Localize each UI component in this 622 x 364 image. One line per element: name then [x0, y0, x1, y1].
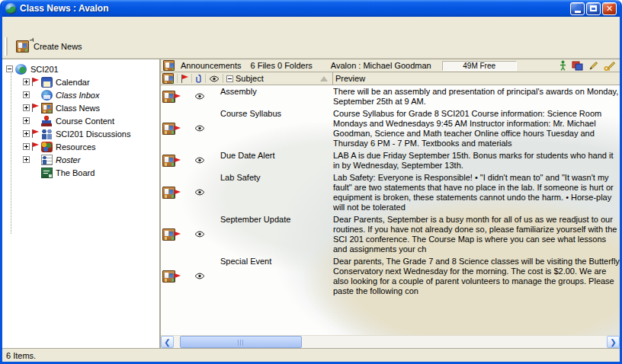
column-header-row: Subject Preview	[161, 72, 620, 85]
message-preview: Dear parents, The Grade 7 and 8 Science …	[333, 256, 620, 296]
tree-item[interactable]: Calendar	[2, 75, 159, 88]
edit-pencil-icon[interactable]	[588, 61, 598, 71]
window-title: Class News : Avalon	[20, 3, 567, 14]
free-space-indicator: 49M Free	[442, 61, 517, 71]
tree-item-label: Calendar	[54, 78, 90, 87]
expand-box-icon[interactable]	[23, 117, 30, 124]
menu-item[interactable]	[41, 24, 53, 28]
close-button[interactable]: ✕	[602, 2, 617, 15]
message-row[interactable]: Course Syllabus Course Syllabus for Grad…	[161, 107, 620, 149]
message-subject: September Update	[213, 214, 333, 254]
tree-item[interactable]: Course Content	[2, 114, 159, 127]
tree-item-label: Class Inbox	[54, 91, 99, 100]
eye-icon	[194, 157, 205, 164]
eye-icon	[194, 189, 205, 196]
message-subject: Special Event	[213, 256, 333, 296]
message-row[interactable]: Special Event Dear parents, The Grade 7 …	[161, 255, 620, 297]
status-bar: 6 Items.	[2, 348, 620, 362]
tree-item[interactable]: Resources	[2, 140, 159, 153]
message-subject: Assembly	[213, 86, 333, 107]
roster-icon	[41, 155, 53, 165]
file-folder-counts: 6 Files 0 Folders	[251, 61, 313, 70]
expand-box-icon[interactable]	[23, 143, 30, 150]
tree-item[interactable]: SCI201 Discussions	[2, 127, 159, 140]
scrollbar-thumb[interactable]	[180, 336, 302, 348]
message-preview: Dear Parents, September is a busy month …	[333, 214, 620, 254]
collapse-all-icon[interactable]	[226, 75, 233, 82]
maximize-button[interactable]	[586, 2, 601, 15]
menu-item[interactable]	[29, 24, 41, 28]
folder-icon	[163, 60, 175, 71]
flag-icon	[31, 142, 39, 152]
tree-item[interactable]: Class Inbox	[2, 88, 159, 101]
message-row[interactable]: Lab Safety Lab Safety: Everyone is Respo…	[161, 171, 620, 213]
menu-item[interactable]	[66, 24, 78, 28]
title-bar[interactable]: Class News : Avalon ✕	[2, 0, 620, 17]
flag-icon	[173, 273, 181, 283]
menu-item[interactable]	[78, 24, 90, 28]
scroll-right-button[interactable]: ❯	[607, 336, 620, 348]
calendar-icon	[41, 77, 53, 88]
preview-column-header[interactable]: Preview	[333, 72, 620, 85]
tree-item-label: The Board	[54, 168, 95, 177]
message-row[interactable]: Due Date Alert LAB A is due Friday Septe…	[161, 149, 620, 171]
tree-root-sci201[interactable]: SCI201	[2, 62, 159, 75]
expand-box-icon[interactable]	[23, 91, 30, 98]
eye-icon	[194, 93, 205, 100]
expand-box-icon[interactable]	[23, 156, 30, 163]
message-preview: LAB A is due Friday September 15th. Bonu…	[333, 150, 620, 171]
eye-icon	[194, 273, 205, 279]
tree-item[interactable]: Roster	[2, 153, 159, 166]
message-row[interactable]: September Update Dear Parents, September…	[161, 213, 620, 255]
menu-bar	[2, 17, 620, 34]
expand-box-icon[interactable]	[23, 130, 30, 137]
menu-item[interactable]	[53, 24, 66, 28]
discussions-icon	[41, 129, 53, 139]
app-globe-icon	[5, 3, 17, 14]
who-is-online-icon[interactable]	[559, 60, 566, 71]
tree-item-label: Course Content	[54, 117, 114, 126]
message-list-panel: Announcements 6 Files 0 Folders Avalon :…	[161, 59, 620, 348]
permissions-pen-key-icon[interactable]	[604, 61, 616, 71]
board-icon	[41, 168, 53, 178]
scrollbar-track[interactable]	[174, 336, 607, 348]
tree-item-label: Roster	[54, 155, 80, 164]
tree-item[interactable]: The Board	[2, 166, 159, 179]
message-list: Assembly There will be an assembly and p…	[161, 85, 620, 335]
split-view-icon[interactable]	[572, 61, 583, 71]
message-row[interactable]: Assembly There will be an assembly and p…	[161, 85, 620, 107]
item-type-column-icon[interactable]	[162, 73, 174, 84]
create-news-label: Create News	[34, 42, 82, 51]
tree-item[interactable]: Class News	[2, 101, 159, 114]
collapse-box-icon[interactable]	[6, 65, 13, 72]
message-preview: Lab Safety: Everyone is Responsible! • "…	[333, 172, 620, 212]
folder-tree-panel: SCI201 Calendar Class Inbox Class News	[2, 59, 161, 348]
viewed-column-icon[interactable]	[209, 75, 220, 82]
toolbar: Create News	[2, 34, 620, 59]
create-news-button[interactable]: Create News	[11, 37, 89, 56]
course-content-icon	[41, 116, 53, 126]
expand-box-icon[interactable]	[23, 78, 30, 85]
menu-item[interactable]	[5, 24, 17, 28]
attachment-column-icon[interactable]	[195, 74, 202, 84]
menu-item[interactable]	[17, 24, 29, 28]
eye-icon	[194, 231, 205, 238]
preview-column-label: Preview	[335, 74, 365, 83]
flag-icon	[173, 125, 181, 135]
scroll-left-button[interactable]: ❮	[161, 336, 174, 348]
toolbar-gripper[interactable]	[5, 37, 8, 56]
tree-connector-line	[11, 72, 11, 235]
expand-box-icon[interactable]	[23, 104, 30, 111]
flag-icon	[31, 129, 39, 139]
message-subject: Course Syllabus	[213, 108, 333, 148]
news-icon	[41, 103, 53, 113]
message-preview: There will be an assembly and presentati…	[333, 86, 620, 107]
tree-item-label: Class News	[54, 104, 100, 113]
minimize-button[interactable]	[570, 2, 585, 15]
sort-ascending-icon	[320, 76, 328, 81]
subject-column-header[interactable]: Subject	[161, 72, 333, 85]
flag-icon	[173, 157, 181, 167]
flag-icon	[173, 189, 181, 199]
globe-icon	[15, 64, 27, 75]
flag-column-icon[interactable]	[181, 74, 188, 84]
